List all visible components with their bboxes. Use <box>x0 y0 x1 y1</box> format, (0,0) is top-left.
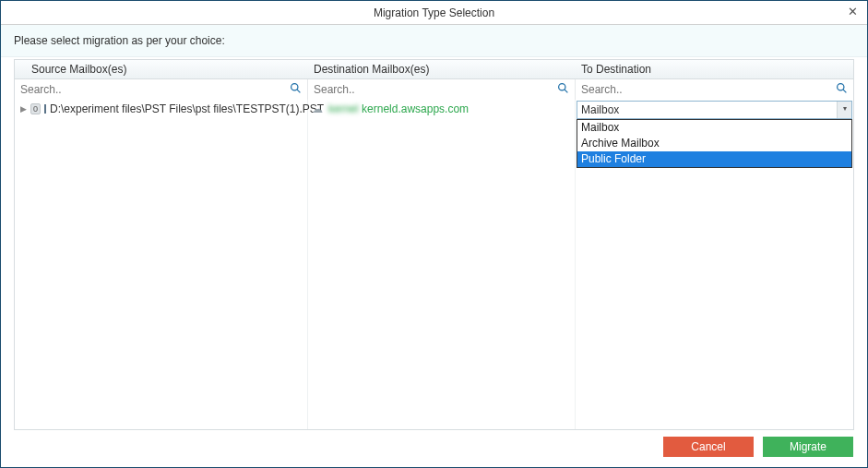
cloud-icon: ☁ <box>312 102 323 115</box>
titlebar: Migration Type Selection ✕ <box>1 1 867 25</box>
dropdown-option-public-folder[interactable]: Public Folder <box>577 151 851 167</box>
cancel-button[interactable]: Cancel <box>663 437 754 457</box>
search-input-to-destination[interactable] <box>576 81 853 98</box>
close-icon: ✕ <box>848 5 858 18</box>
svg-line-5 <box>843 90 846 92</box>
search-cell-destination <box>308 79 576 100</box>
column-header-to-destination: To Destination <box>576 63 853 76</box>
destination-list: ☁ kernel kerneld.awsapps.com <box>308 100 576 429</box>
source-path-text: D:\experiment files\PST Files\pst files\… <box>50 102 324 115</box>
destination-item[interactable]: ☁ kernel kerneld.awsapps.com <box>308 100 575 118</box>
to-destination-combobox[interactable]: Mailbox ▾ <box>577 101 852 119</box>
svg-point-4 <box>838 84 844 90</box>
combobox-dropdown-button[interactable]: ▾ <box>837 102 851 118</box>
prompt-text: Please select migration as per your choi… <box>1 25 867 57</box>
source-tree: ▶ 0 D:\experiment files\PST Files\pst fi… <box>15 100 308 429</box>
content-row: ▶ 0 D:\experiment files\PST Files\pst fi… <box>14 100 854 430</box>
search-input-destination[interactable] <box>308 81 575 98</box>
chevron-down-icon: ▾ <box>843 104 847 113</box>
combobox-dropdown-list: Mailbox Archive Mailbox Public Folder <box>577 119 852 168</box>
item-count-badge: 0 <box>30 103 41 114</box>
search-icon[interactable] <box>557 82 569 97</box>
combobox-selected-value: Mailbox <box>577 103 837 116</box>
search-cell-source <box>15 79 308 100</box>
svg-line-3 <box>565 90 567 92</box>
search-icon[interactable] <box>836 82 848 97</box>
svg-point-0 <box>291 84 298 90</box>
column-header-source: Source Mailbox(es) <box>15 63 308 76</box>
footer-buttons: Cancel Migrate <box>663 437 853 457</box>
columns-header: Source Mailbox(es) Destination Mailbox(e… <box>14 59 854 79</box>
dropdown-option-mailbox[interactable]: Mailbox <box>577 120 851 136</box>
search-icon[interactable] <box>290 82 302 97</box>
window-title: Migration Type Selection <box>374 6 494 19</box>
destination-domain-text: kerneld.awsapps.com <box>362 102 469 115</box>
pst-file-icon <box>44 104 46 114</box>
svg-point-2 <box>559 84 565 90</box>
column-header-destination: Destination Mailbox(es) <box>308 63 576 76</box>
expand-icon[interactable]: ▶ <box>20 104 27 114</box>
destination-blurred-text: kernel <box>328 102 362 115</box>
migrate-button[interactable]: Migrate <box>763 437 853 457</box>
svg-line-1 <box>297 90 300 92</box>
source-tree-item[interactable]: ▶ 0 D:\experiment files\PST Files\pst fi… <box>15 100 307 118</box>
search-input-source[interactable] <box>15 81 307 98</box>
main-panel: Source Mailbox(es) Destination Mailbox(e… <box>1 57 867 430</box>
search-cell-to-destination <box>576 79 853 100</box>
to-destination-cell: Mailbox ▾ Mailbox Archive Mailbox Public… <box>576 100 853 429</box>
dropdown-option-archive-mailbox[interactable]: Archive Mailbox <box>577 136 851 151</box>
search-row <box>14 79 854 100</box>
close-button[interactable]: ✕ <box>843 5 862 21</box>
